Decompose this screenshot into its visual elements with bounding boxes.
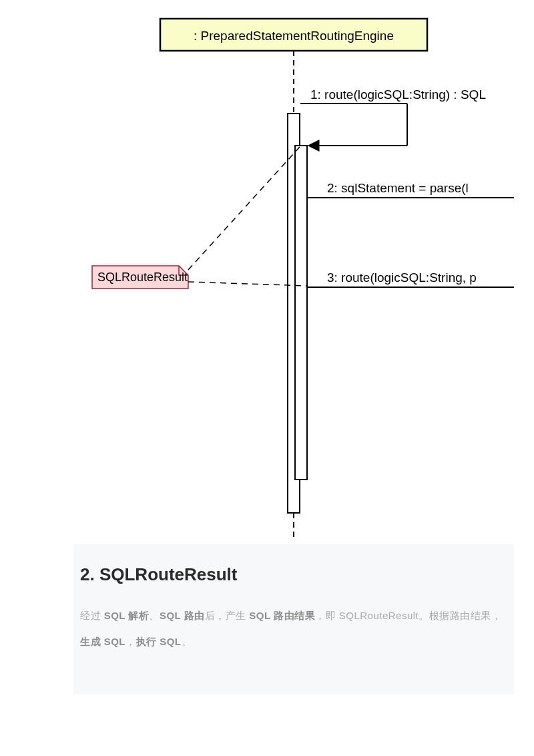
bold: 生成 SQL bbox=[80, 636, 125, 647]
bold: SQL 路由结果 bbox=[246, 610, 315, 621]
msg1-label: 1: route(logicSQL:String) : SQL bbox=[310, 87, 486, 102]
bold: SQL 路由 bbox=[160, 610, 205, 621]
activation-bar-inner bbox=[295, 146, 307, 480]
note-link-up bbox=[188, 147, 300, 270]
note-sqlrouteresult: SQLRouteResult bbox=[92, 266, 188, 289]
sequence-diagram: : PreparedStatementRoutingEngine 1: rout… bbox=[73, 0, 514, 544]
bold: SQL 解析 bbox=[101, 610, 149, 621]
text: 、 bbox=[149, 610, 160, 621]
section-heading: 2. SQLRouteResult bbox=[80, 564, 507, 585]
participant-label: : PreparedStatementRoutingEngine bbox=[194, 29, 394, 43]
bold: 执行 SQL bbox=[136, 636, 182, 647]
section-sqlrouteresult: 2. SQLRouteResult 经过 SQL 解析、SQL 路由后，产生 S… bbox=[73, 564, 514, 654]
msg3-label: 3: route(logicSQL:String, p bbox=[327, 270, 477, 285]
text: 经过 bbox=[80, 610, 101, 621]
section-paragraph: 经过 SQL 解析、SQL 路由后，产生 SQL 路由结果，即 SQLRoute… bbox=[80, 602, 507, 654]
text: ， bbox=[125, 636, 136, 647]
text: 后，产生 bbox=[205, 610, 246, 621]
text: ，即 SQLRouteResult。根据路由结果， bbox=[315, 610, 501, 621]
text: 。 bbox=[182, 636, 192, 647]
note-label: SQLRouteResult bbox=[97, 270, 188, 284]
msg2-label: 2: sqlStatement = parse(l bbox=[327, 181, 469, 195]
